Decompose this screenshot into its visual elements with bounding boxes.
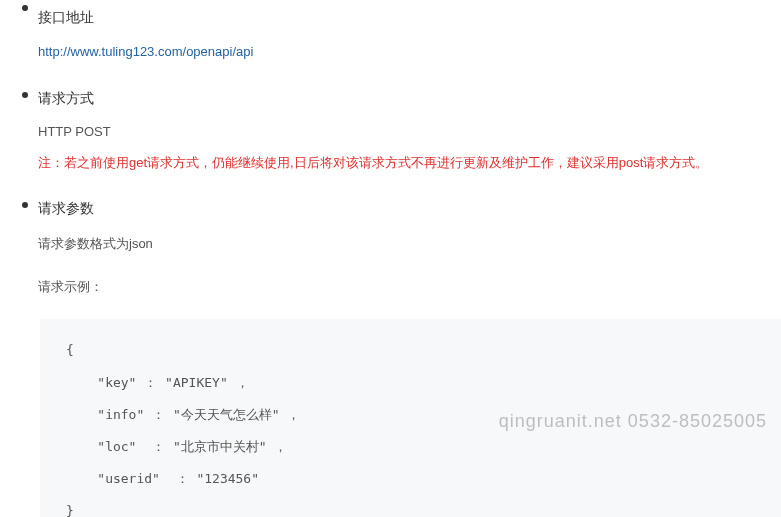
code-line: "loc" ： "北京市中关村" ， — [66, 438, 755, 456]
watermark-text: qingruanit.net 0532-85025005 — [499, 411, 767, 432]
heading-request-params: 请求参数 — [38, 197, 781, 219]
api-url-link[interactable]: http://www.tuling123.com/openapi/api — [38, 44, 253, 59]
section-api-url: 接口地址 http://www.tuling123.com/openapi/ap… — [0, 0, 781, 87]
heading-request-method: 请求方式 — [38, 87, 781, 109]
code-line: } — [66, 502, 755, 517]
bullet-icon — [22, 202, 28, 208]
deprecation-note: 注：若之前使用get请求方式，仍能继续使用,日后将对该请求方式不再进行更新及维护… — [38, 153, 781, 174]
section-request-params: 请求参数 请求参数格式为json 请求示例： { "key" ： "APIKEY… — [0, 197, 781, 517]
code-line: "key" ： "APIKEY" ， — [66, 374, 755, 392]
code-line: { — [66, 341, 755, 359]
http-method-text: HTTP POST — [38, 124, 781, 139]
heading-api-url: 接口地址 — [38, 6, 781, 28]
section-request-method: 请求方式 HTTP POST 注：若之前使用get请求方式，仍能继续使用,日后将… — [0, 87, 781, 197]
params-format-text: 请求参数格式为json — [38, 234, 781, 255]
bullet-icon — [22, 92, 28, 98]
example-label: 请求示例： — [38, 277, 781, 298]
code-line: "userid" ： "123456" — [66, 470, 755, 488]
bullet-icon — [22, 5, 28, 11]
